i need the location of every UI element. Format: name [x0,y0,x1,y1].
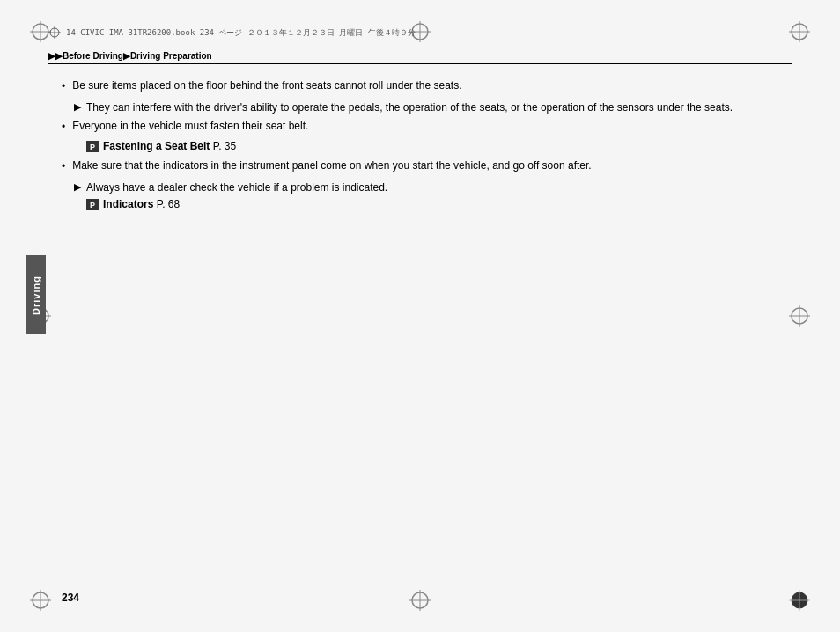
bullet-icon: • [62,158,65,174]
breadcrumb-line [48,63,792,64]
svg-text:P: P [90,201,95,209]
side-tab-label: Driving [31,276,41,315]
list-item: • Make sure that the indicators in the i… [62,158,778,174]
item2-ref-text: Fastening a Seat Belt P. 35 [103,140,236,152]
page-number: 234 [62,592,79,604]
corner-mark-br [787,588,812,613]
item3-text: Make sure that the indicators in the ins… [72,158,778,174]
arrow-icon: ▶ [74,180,81,195]
corner-mark-bl [28,588,53,613]
bullet-icon: • [62,78,65,94]
ref-book-icon: P [86,140,99,152]
list-item: ▶ Always have a dealer check the vehicle… [74,180,778,195]
file-info-text: 14 CIVIC IMA-31TR26200.book 234 ページ ２０１３… [66,27,416,39]
breadcrumb: ▶▶Before Driving▶Driving Preparation [48,51,792,64]
ref-bold-text: Fastening a Seat Belt [103,140,210,152]
side-tab-driving: Driving [26,255,46,334]
arrow-icon: ▶ [74,99,81,115]
item1-text: Be sure items placed on the floor behind… [72,77,778,94]
svg-text:P: P [90,143,95,151]
corner-mark-mr [787,304,812,328]
ref-page-text: P. 35 [213,140,236,152]
corner-mark-mc [408,588,432,613]
page: 14 CIVIC IMA-31TR26200.book 234 ページ ２０１３… [0,0,840,632]
ref-book-icon-2: P [86,198,99,210]
item1-sub1-text: They can interfere with the driver's abi… [86,99,778,115]
file-info-bar: 14 CIVIC IMA-31TR26200.book 234 ページ ２０１３… [48,26,792,39]
file-crosshair-icon [48,26,61,39]
ref-page-text-2: P. 68 [157,198,180,210]
list-item: • Everyone in the vehicle must fasten th… [62,118,778,135]
item2-text: Everyone in the vehicle must fasten thei… [72,118,778,135]
item3-ref-text: Indicators P. 68 [103,198,180,210]
list-item: P Fastening a Seat Belt P. 35 [86,140,778,152]
list-item: ▶ They can interfere with the driver's a… [74,99,778,115]
bullet-icon: • [62,119,65,135]
item3-sub1-text: Always have a dealer check the vehicle i… [86,180,778,195]
breadcrumb-text: ▶▶Before Driving▶Driving Preparation [48,51,792,61]
list-item: • Be sure items placed on the floor behi… [62,77,778,94]
main-content: • Be sure items placed on the floor behi… [62,77,778,216]
ref-bold-text-2: Indicators [103,198,153,210]
list-item: P Indicators P. 68 [86,198,778,210]
